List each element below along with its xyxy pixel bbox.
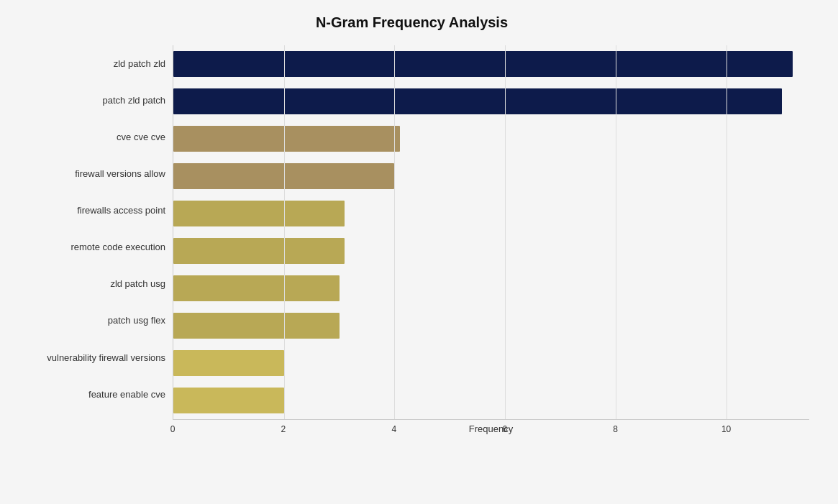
grid-line [394, 45, 395, 419]
bar-row [173, 344, 809, 382]
y-label: firewalls access point [77, 192, 165, 229]
y-label: feature enable cve [88, 376, 165, 413]
bar-row [173, 83, 809, 120]
bars-wrapper [173, 45, 809, 419]
chart-container: N-Gram Frequency Analysis zld patch zldp… [0, 0, 838, 504]
chart-area: zld patch zldpatch zld patchcve cve cvef… [14, 45, 809, 434]
grid-line [284, 45, 285, 419]
grid-line [505, 45, 506, 419]
x-axis-label: Frequency [173, 423, 809, 434]
bar-row [173, 120, 809, 157]
x-axis: 0246810 [173, 419, 809, 421]
y-label: zld patch usg [110, 266, 165, 303]
bar [173, 126, 400, 152]
bar [173, 201, 345, 226]
y-label: vulnerability firewall versions [47, 339, 165, 376]
x-tick: 8 [613, 424, 618, 434]
bar [173, 313, 340, 339]
grid-line [727, 45, 727, 419]
bar-row [173, 45, 809, 83]
bar [173, 51, 793, 77]
y-axis: zld patch zldpatch zld patchcve cve cvef… [14, 45, 173, 434]
grid-line [616, 45, 616, 419]
bar [173, 350, 284, 376]
bar-row [173, 307, 809, 344]
bar-row [173, 195, 809, 232]
chart-title: N-Gram Frequency Analysis [14, 14, 809, 31]
x-tick: 2 [281, 424, 286, 434]
plot-area: 0246810 Frequency [173, 45, 809, 434]
bar [173, 275, 340, 301]
y-label: patch zld patch [103, 82, 165, 119]
x-tick: 4 [391, 424, 396, 434]
y-label: firewall versions allow [75, 155, 165, 192]
bar-row [173, 157, 809, 195]
y-label: remote code execution [70, 229, 165, 265]
y-label: zld patch zld [114, 45, 165, 82]
y-label: patch usg flex [108, 303, 165, 339]
bar-row [173, 270, 809, 307]
bar [173, 388, 284, 413]
y-label: cve cve cve [117, 119, 165, 155]
x-tick: 10 [721, 424, 731, 434]
bar-row [173, 232, 809, 270]
bar [173, 238, 345, 264]
bar [173, 88, 782, 114]
x-tick: 6 [502, 424, 507, 434]
bar-row [173, 382, 809, 419]
x-tick: 0 [170, 424, 176, 434]
